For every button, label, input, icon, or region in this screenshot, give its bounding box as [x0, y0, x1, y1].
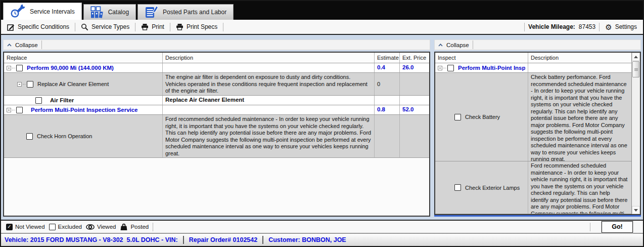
- settings-button[interactable]: ⚙ Settings: [603, 22, 639, 32]
- row-checkbox[interactable]: [16, 65, 23, 71]
- service-types-button[interactable]: Service Types: [79, 22, 131, 32]
- toolbar-separator: [524, 23, 525, 31]
- description-cell: [163, 105, 375, 114]
- empty-checkbox-icon: [49, 224, 56, 230]
- tree-collapse-toggle[interactable]: [7, 66, 11, 70]
- service-interval-label: Perform 90,000 Mi (144.000 KM): [27, 65, 114, 71]
- toolbar-separator: [223, 23, 223, 31]
- tree-collapse-toggle[interactable]: [7, 108, 11, 112]
- row-checkbox[interactable]: [27, 81, 33, 88]
- go-button[interactable]: Go!: [602, 221, 633, 233]
- print-specs-button[interactable]: Print Specs: [174, 22, 219, 31]
- panel-bottom-highlight: [434, 215, 641, 217]
- main-toolbar: Specific Conditions Service Types Print: [1, 20, 643, 35]
- description-cell: [163, 63, 375, 72]
- strip-separator: [473, 40, 473, 49]
- toolbar-separator: [75, 23, 75, 31]
- description-cell: Replace Air Cleaner Element: [163, 96, 375, 105]
- table-row[interactable]: Perform Multi-Point Inspection Service 0…: [4, 105, 429, 115]
- customer-info: Customer: BONBON, JOE: [268, 236, 346, 243]
- catalog-icon: [90, 6, 104, 18]
- tree-dots: [12, 110, 15, 110]
- collapse-button[interactable]: Collapse: [15, 42, 38, 48]
- scrollbar-track[interactable]: [632, 78, 640, 206]
- legend-label: Posted: [130, 224, 149, 230]
- posted-parts-icon: [145, 6, 158, 19]
- legend-viewed: Viewed: [86, 224, 116, 230]
- column-header-estimate[interactable]: Estimate: [375, 53, 400, 63]
- tree-collapse-toggle[interactable]: [438, 66, 442, 70]
- scroll-up-button[interactable]: [632, 53, 640, 61]
- table-row[interactable]: Replace Air Cleaner Element The engine a…: [4, 73, 429, 96]
- row-checkbox[interactable]: [26, 133, 33, 140]
- gear-icon: ⚙: [605, 23, 612, 31]
- legend-bar: ✓ Not Viewed Excluded Viewed Po: [1, 220, 643, 233]
- vehicle-mileage-label: Vehicle Mileage:: [528, 23, 575, 30]
- legend-label: Excluded: [58, 224, 82, 230]
- estimate-cell: 0.8: [375, 105, 400, 114]
- operation-label: Check Horn Operation: [37, 133, 92, 139]
- vehicle-info: Vehicle: 2015 FORD MUSTANG - V8-302 5.0L…: [5, 236, 178, 243]
- tab-label: Posted Parts and Labor: [163, 9, 226, 16]
- tab-bar: Service Intervals Catalog: [1, 1, 643, 20]
- estimate-cell: [375, 115, 400, 157]
- row-checkbox[interactable]: [16, 107, 23, 113]
- table-row[interactable]: Perform 90,000 Mi (144.000 KM) 0.4 26.0: [4, 63, 429, 73]
- print-button[interactable]: Print: [139, 22, 166, 31]
- inspect-grid-header: Inspect Description: [435, 53, 631, 63]
- status-bar: Vehicle: 2015 FORD MUSTANG - V8-302 5.0L…: [1, 233, 643, 246]
- specific-conditions-button[interactable]: Specific Conditions: [5, 22, 71, 32]
- column-header-description[interactable]: Description: [163, 53, 375, 63]
- legend-excluded: Excluded: [49, 224, 82, 230]
- column-header-replace[interactable]: Replace: [4, 53, 163, 63]
- table-row[interactable]: Check Battery Check battery perfomance. …: [435, 73, 631, 161]
- specific-conditions-label: Specific Conditions: [18, 23, 69, 30]
- settings-label: Settings: [615, 23, 637, 30]
- scrollbar-thumb[interactable]: [632, 61, 639, 77]
- column-header-inspect[interactable]: Inspect: [435, 53, 528, 63]
- column-header-ext-price[interactable]: Ext. Price: [400, 53, 429, 63]
- shopping-bag-icon: [120, 223, 128, 231]
- replace-grid-header: Replace Description Estimate Ext. Price: [4, 53, 429, 63]
- vehicle-mileage-value: 87453: [579, 23, 595, 30]
- service-interval-label: Perform Multi-Point Inspection Service: [31, 107, 138, 113]
- scroll-down-button[interactable]: [632, 206, 640, 214]
- replace-grid: Replace Description Estimate Ext. Price …: [3, 52, 430, 217]
- description-cell: Check battery perfomance. Ford recommend…: [528, 73, 631, 161]
- table-row[interactable]: Air Filter Replace Air Cleaner Element: [4, 96, 429, 105]
- strip-separator: [41, 40, 42, 49]
- table-row[interactable]: Check Horn Operation Ford recommended sc…: [4, 115, 429, 158]
- tab-posted-parts-and-labor[interactable]: Posted Parts and Labor: [137, 4, 234, 20]
- row-checkbox[interactable]: [454, 114, 461, 120]
- inspect-panel: Collapse Inspect Description: [434, 39, 641, 217]
- service-intervals-icon: [10, 5, 25, 18]
- app-window: Service Intervals Catalog: [0, 0, 644, 247]
- vertical-scrollbar[interactable]: [631, 53, 640, 214]
- part-label: Air Filter: [50, 97, 74, 103]
- row-checkbox[interactable]: [454, 184, 461, 191]
- row-checkbox[interactable]: [35, 97, 42, 104]
- tab-catalog[interactable]: Catalog: [83, 4, 136, 20]
- ext-price-cell: 26.0: [400, 63, 429, 72]
- legend-posted: Posted: [120, 223, 149, 231]
- tab-label: Service Intervals: [30, 8, 75, 15]
- legend-not-viewed: ✓ Not Viewed: [6, 224, 45, 230]
- edit-note-icon: [7, 23, 15, 31]
- tree-dots: [12, 68, 15, 68]
- service-types-label: Service Types: [91, 23, 129, 30]
- printer-icon: [176, 23, 183, 30]
- toolbar-separator: [135, 23, 135, 31]
- legend-separator: [590, 223, 590, 231]
- table-row[interactable]: Perform Multi-Point Inspec...: [435, 63, 631, 73]
- legend-separator: [153, 223, 153, 231]
- tab-service-intervals[interactable]: Service Intervals: [3, 3, 82, 20]
- tree-collapse-toggle[interactable]: [17, 82, 22, 87]
- column-header-description[interactable]: Description: [528, 53, 631, 63]
- collapse-button[interactable]: Collapse: [446, 42, 469, 48]
- estimate-cell: [375, 96, 400, 105]
- estimate-cell: 0.4: [375, 63, 400, 72]
- print-specs-label: Print Specs: [187, 23, 217, 30]
- table-row[interactable]: Check Exterior Lamps Ford recommended sc…: [435, 161, 631, 214]
- status-separator: [262, 236, 263, 244]
- row-checkbox[interactable]: [447, 65, 454, 71]
